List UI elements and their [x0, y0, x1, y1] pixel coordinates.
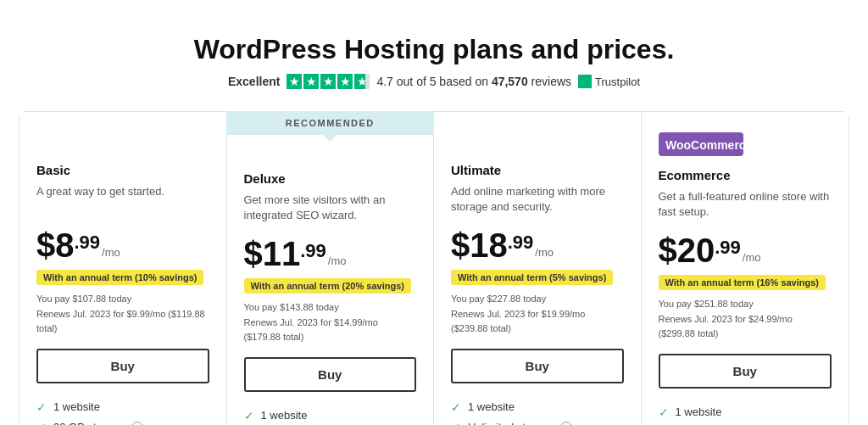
feature-text-ecommerce-0: 1 website	[676, 405, 722, 418]
plan-description-deluxe: Get more site visitors with an integrate…	[244, 193, 417, 226]
plan-description-basic: A great way to get started.	[36, 184, 209, 218]
payment-info-basic: You pay $107.88 todayRenews Jul. 2023 fo…	[36, 292, 209, 337]
recommended-banner: RECOMMENDED	[226, 111, 435, 135]
feature-text-basic-0: 1 website	[53, 400, 100, 413]
features-list-ultimate: ✓ 1 website ✓ Unlimited storage ?	[451, 397, 624, 425]
price-dollar-deluxe: $11	[244, 237, 301, 271]
buy-button-ecommerce[interactable]: Buy	[659, 354, 832, 389]
feature-text-deluxe-0: 1 website	[261, 409, 308, 422]
plan-name-deluxe: Deluxe	[244, 171, 417, 186]
savings-badge-basic: With an annual term (10% savings)	[36, 270, 203, 285]
check-icon-basic-1: ✓	[36, 421, 47, 425]
feature-item-ultimate-1: ✓ Unlimited storage ?	[451, 417, 624, 425]
price-row-ecommerce: $20 .99 /mo	[659, 233, 832, 267]
plan-description-ecommerce: Get a full-featured online store with fa…	[659, 189, 832, 223]
price-dollar-basic: $8	[36, 228, 75, 262]
payment-info-ultimate: You pay $227.88 todayRenews Jul. 2023 fo…	[451, 292, 624, 337]
star-3	[320, 74, 336, 89]
trustpilot-excellent-label: Excellent	[228, 75, 280, 88]
plan-name-ecommerce: Ecommerce	[659, 168, 832, 182]
features-list-basic: ✓ 1 website ✓ 30 GB storage ?	[36, 397, 209, 425]
feature-text-basic-1: 30 GB storage	[53, 421, 125, 425]
price-cents-basic: .99	[75, 232, 101, 254]
price-dollar-ultimate: $18	[451, 228, 508, 262]
woo-commerce-logo: WooCommerce	[659, 132, 832, 159]
plan-name-ultimate: Ultimate	[451, 163, 624, 177]
savings-badge-deluxe: With an annual term (20% savings)	[244, 278, 411, 294]
star-4	[337, 74, 353, 89]
buy-button-basic[interactable]: Buy	[36, 349, 209, 383]
features-list-deluxe: ✓ 1 website ✓ 75 GB storage ?	[244, 405, 417, 425]
page-header: WordPress Hosting plans and prices. Exce…	[19, 17, 849, 103]
star-2	[303, 74, 319, 89]
savings-badge-ultimate: With an annual term (5% savings)	[451, 270, 613, 285]
star-1	[287, 74, 302, 89]
check-icon-ecommerce-0: ✓	[659, 405, 669, 419]
check-icon-ultimate-1: ✓	[451, 421, 461, 425]
plans-grid: BasicA great way to get started. $8 .99 …	[19, 111, 849, 425]
feature-item-ultimate-0: ✓ 1 website	[451, 397, 624, 417]
price-per-ultimate: /mo	[535, 246, 554, 259]
plan-card-deluxe: RECOMMENDEDDeluxeGet more site visitors …	[227, 112, 435, 425]
info-icon-basic-1[interactable]: ?	[131, 422, 143, 425]
price-row-basic: $8 .99 /mo	[36, 228, 209, 262]
payment-info-ecommerce: You pay $251.88 todayRenews Jul. 2023 fo…	[659, 297, 832, 342]
star-5-half	[354, 74, 370, 89]
trustpilot-row: Excellent 4.7 out of 5 based on 47,570 r…	[19, 74, 849, 89]
price-cents-ultimate: .99	[508, 232, 534, 254]
savings-badge-ecommerce: With an annual term (16% savings)	[659, 275, 826, 290]
check-icon-basic-0: ✓	[36, 400, 47, 414]
price-dollar-ecommerce: $20	[659, 233, 715, 267]
payment-info-deluxe: You pay $143.88 todayRenews Jul. 2023 fo…	[244, 300, 417, 345]
price-cents-ecommerce: .99	[715, 237, 741, 259]
feature-item-basic-0: ✓ 1 website	[36, 397, 209, 417]
trustpilot-icon	[578, 75, 592, 88]
feature-text-ultimate-1: Unlimited storage	[468, 421, 554, 425]
page-wrapper: WordPress Hosting plans and prices. Exce…	[19, 17, 849, 425]
price-per-basic: /mo	[102, 246, 120, 259]
page-title: WordPress Hosting plans and prices.	[19, 34, 849, 65]
price-per-deluxe: /mo	[328, 254, 347, 267]
trustpilot-rating-text: 4.7 out of 5 based on 47,570 reviews	[376, 75, 571, 88]
feature-item-basic-1: ✓ 30 GB storage ?	[36, 417, 209, 425]
plan-description-ultimate: Add online marketing with more storage a…	[451, 184, 624, 218]
feature-text-ultimate-0: 1 website	[468, 400, 515, 413]
price-cents-deluxe: .99	[300, 240, 326, 262]
plan-card-ecommerce: WooCommerce EcommerceGet a full-featured…	[642, 112, 849, 425]
price-per-ecommerce: /mo	[743, 251, 761, 264]
feature-item-deluxe-0: ✓ 1 website	[244, 405, 417, 425]
info-icon-ultimate-1[interactable]: ?	[560, 422, 572, 425]
buy-button-ultimate[interactable]: Buy	[451, 349, 624, 383]
plan-name-basic: Basic	[36, 163, 209, 177]
svg-text:WooCommerce: WooCommerce	[665, 138, 743, 152]
plan-card-basic: BasicA great way to get started. $8 .99 …	[19, 112, 227, 425]
feature-item-ecommerce-0: ✓ 1 website	[659, 402, 832, 422]
features-list-ecommerce: ✓ 1 website ✓ Unlimited storage ?	[659, 402, 832, 425]
trustpilot-logo: Trustpilot	[578, 75, 640, 88]
check-icon-ultimate-0: ✓	[451, 400, 461, 414]
price-row-deluxe: $11 .99 /mo	[244, 237, 417, 271]
trustpilot-stars	[287, 74, 370, 89]
plan-card-ultimate: UltimateAdd online marketing with more s…	[434, 112, 642, 425]
check-icon-deluxe-0: ✓	[244, 409, 254, 422]
price-row-ultimate: $18 .99 /mo	[451, 228, 624, 262]
buy-button-deluxe[interactable]: Buy	[244, 357, 417, 392]
